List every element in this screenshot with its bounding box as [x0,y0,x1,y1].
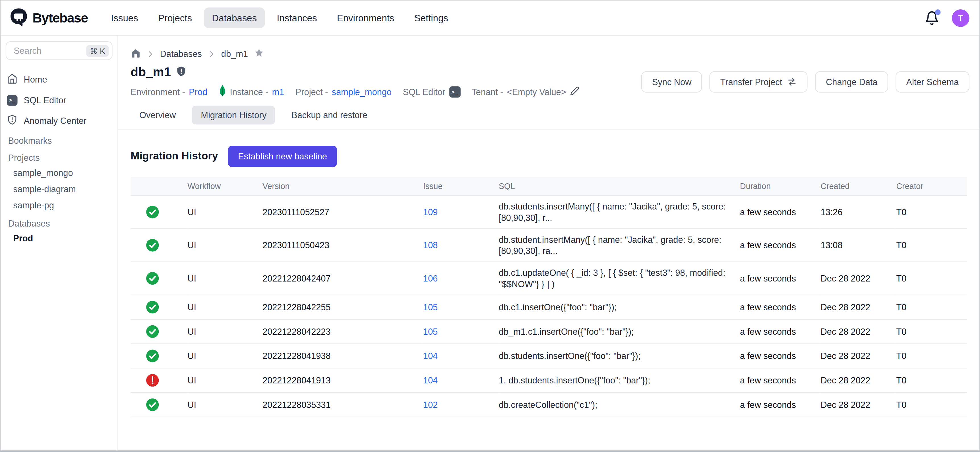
issue-link[interactable]: 104 [423,375,438,385]
issue-link[interactable]: 102 [423,399,438,410]
created-cell: Dec 28 2022 [821,368,896,393]
screenshot-root: Bytebase IssuesProjectsDatabasesInstance… [0,0,980,452]
table-row[interactable]: UI20230111050423108db.student.insertMany… [130,228,967,262]
workflow-cell: UI [188,368,262,393]
button-label: Transfer Project [721,77,782,86]
status-success-icon [130,262,188,295]
instance-link[interactable]: m1 [272,86,284,96]
table-row[interactable]: UI20221228042255105db.c1.insertOne({"foo… [130,295,967,319]
creator-cell: T0 [896,295,967,319]
bookmark-star-icon[interactable] [254,48,264,60]
creator-cell: T0 [896,196,967,228]
terminal-icon: >_ [449,86,460,97]
nav-item-instances[interactable]: Instances [269,7,325,28]
issue-cell: 105 [423,319,499,344]
meta-tenant: Tenant - <Empty Value> [471,86,579,97]
workflow-cell: UI [188,196,262,228]
migration-history-table: WorkflowVersionIssueSQLDurationCreatedCr… [130,177,967,417]
nav-item-databases[interactable]: Databases [204,7,265,28]
version-cell: 20230111052527 [262,196,423,228]
breadcrumb-db-m1[interactable]: db_m1 [221,49,248,59]
nav-item-issues[interactable]: Issues [103,7,146,28]
button-label: Change Data [826,77,877,86]
column-header-version: Version [262,177,423,196]
issue-cell: 108 [423,228,499,262]
sql-cell: db_m1.c1.insertOne({"foo": "bar"}); [499,319,740,344]
workflow-cell: UI [188,262,262,295]
topbar-right: T [924,9,969,27]
sidebar-item-home[interactable]: Home [0,69,118,89]
status-success-icon [130,393,188,417]
transfer-project-button[interactable]: Transfer Project [710,71,808,92]
search-box[interactable]: ⌘ K [6,41,113,60]
meta-sql-editor[interactable]: SQL Editor >_ [403,86,460,97]
meta-instance: Instance - m1 [219,85,285,98]
tab-backup-and-restore[interactable]: Backup and restore [283,105,376,125]
issue-link[interactable]: 104 [423,351,438,361]
issue-cell: 102 [423,393,499,417]
table-row[interactable]: UI20221228041938104db.students.insertOne… [130,344,967,368]
sidebar-section-projects: Projects [0,148,118,165]
issue-link[interactable]: 105 [423,302,438,312]
breadcrumb-databases[interactable]: Databases [160,49,202,59]
sidebar-item-sample-diagram[interactable]: sample-diagram [0,181,118,197]
project-link[interactable]: sample_mongo [332,86,391,96]
sidebar: ⌘ K Home>_SQL EditorAnomaly Center Bookm… [0,35,118,450]
avatar[interactable]: T [952,9,969,27]
created-cell: 13:26 [821,196,896,228]
notification-badge [935,9,941,15]
nav-item-environments[interactable]: Environments [329,7,402,28]
meta-project: Project - sample_mongo [296,86,391,96]
sql-cell: db.student.insertMany([ { name: "Jacika"… [499,228,740,262]
nav-item-settings[interactable]: Settings [406,7,456,28]
workflow-cell: UI [188,228,262,262]
sidebar-item-anomaly-center[interactable]: Anomaly Center [0,110,118,131]
table-row[interactable]: UI20230111052527109db.students.insertMan… [130,196,967,228]
sidebar-item-sql-editor[interactable]: >_SQL Editor [0,89,118,110]
search-input[interactable] [13,45,86,56]
duration-cell: a few seconds [740,196,821,228]
notifications-button[interactable] [924,10,939,26]
main-nav: IssuesProjectsDatabasesInstancesEnvironm… [103,7,457,28]
issue-link[interactable]: 105 [423,326,438,337]
issue-cell: 105 [423,295,499,319]
created-cell: Dec 28 2022 [821,295,896,319]
table-row[interactable]: UI202212280419131041. db.students.insert… [130,368,967,393]
migration-history-section: Migration History Establish new baseline… [118,146,979,417]
sidebar-item-sample-mongo[interactable]: sample_mongo [0,165,118,181]
alter-schema-button[interactable]: Alter Schema [896,71,969,92]
sql-cell: db.students.insertMany([ { name: "Jacika… [499,196,740,228]
nav-item-projects[interactable]: Projects [150,7,200,28]
meta-environment: Environment - Prod [130,86,207,96]
tab-overview[interactable]: Overview [130,105,185,125]
home-icon[interactable] [130,48,140,60]
page-title: db_m1 [130,65,171,80]
establish-baseline-button[interactable]: Establish new baseline [228,146,337,167]
creator-cell: T0 [896,344,967,368]
column-header-status [130,177,188,196]
workflow-cell: UI [188,295,262,319]
change-data-button[interactable]: Change Data [815,71,888,92]
duration-cell: a few seconds [740,319,821,344]
tab-migration-history[interactable]: Migration History [192,105,275,125]
issue-cell: 109 [423,196,499,228]
environment-link[interactable]: Prod [189,86,207,96]
issue-link[interactable]: 109 [423,207,438,217]
sidebar-section-databases: Databases [0,213,118,230]
issue-link[interactable]: 106 [423,273,438,283]
sync-now-button[interactable]: Sync Now [641,71,702,92]
sidebar-menu: Home>_SQL EditorAnomaly Center [0,69,118,131]
table-row[interactable]: UI20221228042223105db_m1.c1.insertOne({"… [130,319,967,344]
sidebar-item-sample-pg[interactable]: sample-pg [0,197,118,213]
issue-cell: 106 [423,262,499,295]
edit-pencil-icon[interactable] [570,86,579,97]
creator-cell: T0 [896,393,967,417]
sidebar-item-prod[interactable]: Prod [0,230,118,246]
bytebase-logo[interactable]: Bytebase [10,7,88,29]
workflow-cell: UI [188,319,262,344]
table-row[interactable]: UI20221228035331102db.createCollection("… [130,393,967,417]
home-icon [7,73,18,85]
issue-link[interactable]: 108 [423,240,438,250]
table-row[interactable]: UI20221228042407106db.c1.updateOne( { _i… [130,262,967,295]
sidebar-sections: BookmarksProjectssample_mongosample-diag… [0,131,118,246]
